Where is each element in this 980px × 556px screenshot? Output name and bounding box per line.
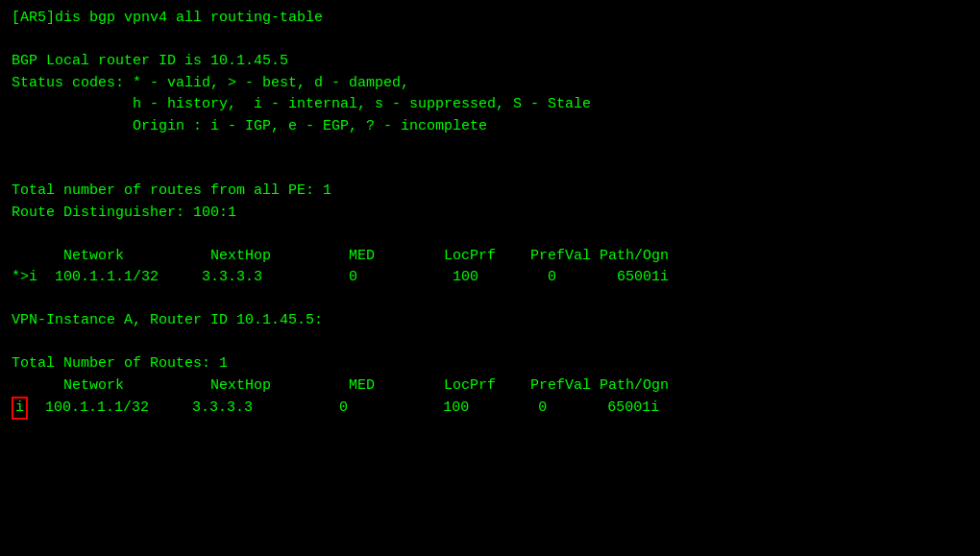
blank-line-1 <box>12 30 968 52</box>
total-routes: Total number of routes from all PE: 1 <box>12 181 968 203</box>
table1-header: Network NextHop MED LocPrf PrefVal Path/… <box>12 246 968 268</box>
status-codes-line2: h - history, i - internal, s - suppresse… <box>12 94 968 116</box>
row1-network: 100.1.1.1/32 <box>45 399 149 416</box>
vpn-instance: VPN-Instance A, Router ID 10.1.45.5: <box>12 310 968 332</box>
blank-line-6 <box>12 332 968 354</box>
blank-line-4 <box>12 224 968 246</box>
table1-row1: *>i 100.1.1.1/32 3.3.3.3 0 100 0 65001i <box>12 267 968 289</box>
terminal: [AR5]dis bgp vpnv4 all routing-table BGP… <box>12 8 968 548</box>
status-codes-line1: Status codes: * - valid, > - best, d - d… <box>12 73 968 95</box>
blank-line-3 <box>12 159 968 181</box>
blank-line-5 <box>12 289 968 311</box>
flag-i: i <box>15 399 24 416</box>
row1-locprf: 100 <box>443 399 469 416</box>
blank-line-2 <box>12 137 968 159</box>
table2-header: Network NextHop MED LocPrf PrefVal Path/… <box>12 375 968 398</box>
bgp-router-id: BGP Local router ID is 10.1.45.5 <box>12 51 968 73</box>
origin-line: Origin : i - IGP, e - EGP, ? - incomplet… <box>12 116 968 138</box>
table2-total: Total Number of Routes: 1 <box>12 353 968 375</box>
table2-row1: i 100.1.1.1/32 3.3.3.3 0 100 0 65001i <box>12 397 968 420</box>
row1-med: 0 <box>339 399 348 416</box>
route-distinguisher: Route Distinguisher: 100:1 <box>12 203 968 225</box>
command-line: [AR5]dis bgp vpnv4 all routing-table <box>12 8 968 30</box>
row1-pathogn: 65001i <box>607 399 659 416</box>
row1-nexthop: 3.3.3.3 <box>192 399 253 416</box>
row1-prefval: 0 <box>538 399 547 416</box>
flag-highlight: i <box>12 397 28 420</box>
